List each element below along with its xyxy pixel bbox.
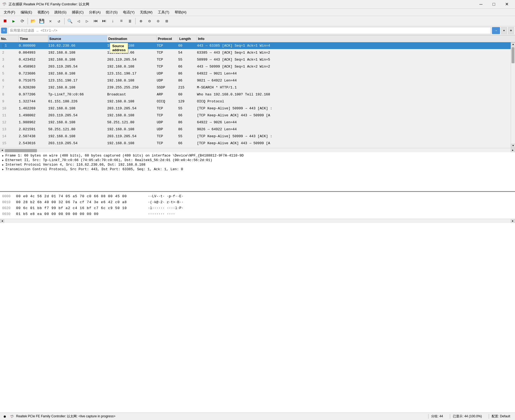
save-file-button[interactable]: 💾 bbox=[38, 17, 46, 25]
detail-arrow: ▶ bbox=[2, 154, 4, 157]
packet-list-hscroll[interactable]: ◀ ▶ bbox=[0, 148, 515, 152]
header-source[interactable]: Source Source address bbox=[48, 35, 107, 42]
cell-info: 9026 → 64922 Len=44 bbox=[197, 127, 515, 131]
zoom-reset-button[interactable]: ⊙ bbox=[154, 17, 162, 25]
cell-protocol: TCP bbox=[157, 65, 178, 69]
cell-time: 0.423452 bbox=[19, 58, 48, 62]
cell-no: 9 bbox=[0, 99, 19, 103]
table-row[interactable]: 111.498002203.119.205.54192.168.0.108TCP… bbox=[0, 112, 515, 119]
menu-goto[interactable]: 跳转(G) bbox=[52, 9, 69, 16]
detail-row[interactable]: ▶Frame 1: 60 bytes on wire (480 bits), 6… bbox=[2, 153, 513, 158]
table-row[interactable]: 50.723686192.168.0.108123.151.190.17UDP8… bbox=[0, 70, 515, 77]
hex-hscroll-left-button[interactable]: ◀ bbox=[0, 219, 4, 223]
close-file-button[interactable]: ✕ bbox=[46, 17, 54, 25]
status-right-panel: 分组: 44 已显示: 44 (100.0%) 配置: Default bbox=[428, 414, 513, 419]
filter-apply-button[interactable]: → bbox=[492, 27, 500, 34]
packet-list-container: No. Time Source Source address Destinati… bbox=[0, 35, 515, 148]
detail-row[interactable]: ▶Internet Protocol Version 4, Src: 116.6… bbox=[2, 162, 513, 167]
filter-add-button[interactable]: + bbox=[508, 27, 514, 34]
find-packet-button[interactable]: 🔍 bbox=[66, 17, 74, 25]
cell-no: 5 bbox=[0, 72, 19, 76]
first-packet-button[interactable]: ⏮ bbox=[92, 17, 100, 25]
table-row[interactable]: 91.32274461.151.180.226192.168.0.108OICQ… bbox=[0, 98, 515, 105]
cell-time: 0.004993 bbox=[19, 51, 48, 55]
zoom-out-button[interactable]: ⊖ bbox=[145, 17, 154, 25]
menu-edit[interactable]: 编辑(E) bbox=[18, 9, 35, 16]
toolbar-separator-1 bbox=[28, 18, 28, 24]
detail-arrow: ▶ bbox=[2, 168, 4, 171]
packet-list-scrollbar[interactable]: ▲ ▼ bbox=[511, 42, 515, 148]
detail-text: Frame 1: 60 bytes on wire (480 bits), 60… bbox=[5, 154, 244, 158]
table-row[interactable]: 132.02159158.251.121.80192.168.0.108UDP8… bbox=[0, 126, 515, 133]
detail-row[interactable]: ▶Ethernet II, Src: Tp-LinkT_70:c0:66 (74… bbox=[2, 158, 513, 162]
filter-input[interactable] bbox=[8, 27, 491, 34]
cell-info: 443 → 50999 [ACK] Seq=1 Ack=2 Win=2 bbox=[197, 65, 515, 69]
hscroll-left-button[interactable]: ◀ bbox=[0, 148, 4, 152]
menu-file[interactable]: 文件(F) bbox=[1, 9, 18, 16]
table-row[interactable]: 121.988962192.168.0.10858.251.121.80UDP8… bbox=[0, 119, 515, 126]
cell-protocol: TCP bbox=[157, 58, 178, 62]
table-row[interactable]: [10.000000116.62.230.66192.168.0.108TCP6… bbox=[0, 42, 515, 49]
table-row[interactable]: 70.928280192.168.0.108239.255.255.250SSD… bbox=[0, 84, 515, 91]
cell-time: 1.498002 bbox=[19, 113, 48, 117]
table-row[interactable]: 60.751675123.151.190.17192.168.0.108UDP8… bbox=[0, 77, 515, 84]
filter-dropdown-button[interactable]: ▾ bbox=[501, 27, 507, 34]
menu-telephony[interactable]: 电话(Y) bbox=[120, 9, 137, 16]
menu-analyze[interactable]: 分析(A) bbox=[86, 9, 103, 16]
columns-button[interactable]: ≣ bbox=[126, 17, 134, 25]
menu-view[interactable]: 视图(V) bbox=[35, 9, 52, 16]
start-capture-button[interactable]: ▶ bbox=[10, 17, 18, 25]
scroll-down-button[interactable]: ↓ bbox=[109, 17, 117, 25]
cell-length: 60 bbox=[178, 92, 197, 96]
header-protocol[interactable]: Protocol bbox=[157, 35, 178, 42]
menu-help[interactable]: 帮助(H) bbox=[172, 9, 189, 16]
cell-time: 2.021591 bbox=[19, 127, 48, 131]
maximize-button[interactable]: □ bbox=[488, 0, 500, 9]
hscroll-thumb[interactable] bbox=[5, 149, 37, 152]
stop-capture-button[interactable]: ⏹ bbox=[1, 17, 9, 25]
cell-protocol: TCP bbox=[157, 134, 178, 138]
prev-packet-button[interactable]: ◁ bbox=[74, 17, 83, 25]
cell-info: 63385 → 443 [ACK] Seq=1 Ack=1 Win=2 bbox=[197, 51, 515, 55]
header-length[interactable]: Length bbox=[178, 35, 197, 42]
cell-no: 7 bbox=[0, 86, 19, 90]
hex-hscroll-right-button[interactable]: ▶ bbox=[511, 219, 515, 223]
hex-row: 0010 00 28 b2 6b 40 00 32 06 7a cf 74 3e… bbox=[2, 199, 513, 205]
cell-destination: 58.251.121.80 bbox=[107, 120, 157, 124]
last-packet-button[interactable]: ⏭ bbox=[100, 17, 108, 25]
close-button[interactable]: ✕ bbox=[501, 0, 513, 9]
minimize-button[interactable]: ─ bbox=[475, 0, 487, 9]
menu-tools[interactable]: 工具(T) bbox=[155, 9, 172, 16]
table-row[interactable]: 20.004993192.168.0.108116.62.230.66TCP54… bbox=[0, 49, 515, 56]
menu-capture[interactable]: 捕获(C) bbox=[69, 9, 86, 16]
next-packet-button[interactable]: ▷ bbox=[83, 17, 91, 25]
scroll-thumb[interactable] bbox=[512, 47, 514, 63]
header-destination[interactable]: Destination bbox=[107, 35, 157, 42]
zoom-in-button[interactable]: ⊕ bbox=[137, 17, 145, 25]
scroll-down-button[interactable]: ▼ bbox=[511, 144, 515, 148]
menu-button[interactable]: ≡ bbox=[117, 17, 125, 25]
table-row[interactable]: 40.458963203.119.205.54192.168.0.108TCP6… bbox=[0, 63, 515, 70]
toggle-columns-button[interactable]: ⊞ bbox=[163, 17, 171, 25]
header-time[interactable]: Time bbox=[19, 35, 48, 42]
table-row[interactable]: 152.543616203.119.205.54192.168.0.108TCP… bbox=[0, 140, 515, 147]
header-info[interactable]: Info bbox=[197, 35, 515, 42]
table-row[interactable]: 80.977206Tp-LinkT_70:c0:66BroadcastARP60… bbox=[0, 91, 515, 98]
table-row[interactable]: 30.423452192.168.0.108203.119.205.54TCP5… bbox=[0, 56, 515, 63]
hex-hscroll[interactable]: ◀ ▶ bbox=[0, 219, 515, 223]
menu-wireless[interactable]: 无线(W) bbox=[137, 9, 155, 16]
cell-info: 64922 → 9026 Len=44 bbox=[197, 120, 515, 124]
table-row[interactable]: 101.462269192.168.0.108203.119.205.54TCP… bbox=[0, 105, 515, 112]
hscroll-right-button[interactable]: ▶ bbox=[511, 148, 515, 152]
hex-dump-panel: 0000 00 e0 4c 56 2d 01 74 05 a5 70 c0 66… bbox=[0, 192, 515, 412]
scroll-up-button[interactable]: ▲ bbox=[511, 42, 515, 47]
detail-row[interactable]: ▶Transmission Control Protocol, Src Port… bbox=[2, 167, 513, 172]
hex-bytes: 00 e0 4c 56 2d 01 74 05 a5 70 c0 66 08 0… bbox=[16, 194, 145, 199]
reload-button[interactable]: ↺ bbox=[55, 17, 63, 25]
open-file-button[interactable]: 📂 bbox=[29, 17, 37, 25]
header-no[interactable]: No. bbox=[0, 35, 19, 42]
table-row[interactable]: 142.507438192.168.0.108203.119.205.54TCP… bbox=[0, 133, 515, 140]
window-title: 正在捕获 Realtek PCIe FE Family Controller: … bbox=[9, 2, 475, 7]
menu-statistics[interactable]: 统计(S) bbox=[103, 9, 120, 16]
restart-capture-button[interactable]: ⟳ bbox=[18, 17, 26, 25]
